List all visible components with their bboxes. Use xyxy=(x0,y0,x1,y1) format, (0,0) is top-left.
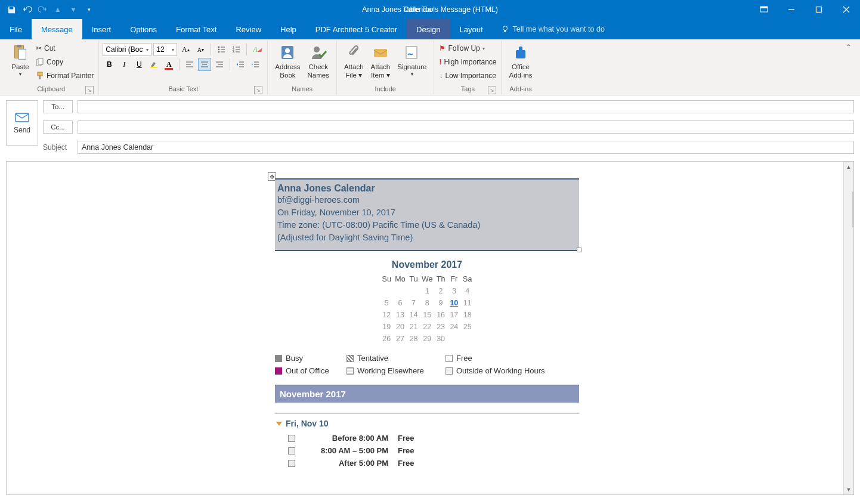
tab-file[interactable]: File xyxy=(0,19,32,39)
align-left-icon[interactable] xyxy=(183,58,196,71)
follow-up-button[interactable]: ⚑Follow Up ▾ xyxy=(438,42,497,55)
slot-checkbox[interactable] xyxy=(288,447,295,454)
office-addins-button[interactable]: OfficeAdd-ins xyxy=(505,42,536,81)
prev-icon[interactable]: ▲ xyxy=(50,1,66,18)
paperclip-icon xyxy=(344,43,363,62)
svg-point-13 xyxy=(218,47,219,48)
minimize-icon[interactable] xyxy=(778,0,805,19)
attach-item-button[interactable]: AttachItem ▾ xyxy=(367,42,394,81)
increase-indent-icon[interactable] xyxy=(249,58,262,71)
tab-message[interactable]: Message xyxy=(32,19,82,39)
font-size-input[interactable]: 12▾ xyxy=(153,43,177,56)
bullets-icon[interactable] xyxy=(215,43,228,56)
decrease-indent-icon[interactable] xyxy=(234,58,247,71)
slot-time: 8:00 AM – 5:00 PM xyxy=(305,446,388,455)
next-icon[interactable]: ▼ xyxy=(66,1,81,18)
subject-input[interactable] xyxy=(78,141,854,154)
slot-time: Before 8:00 AM xyxy=(305,434,388,443)
slot-checkbox[interactable] xyxy=(288,460,295,467)
font-color-icon[interactable]: A xyxy=(162,58,175,71)
ooo-swatch-icon xyxy=(275,367,282,375)
date-cell xyxy=(380,286,393,296)
day-heading: Fri, Nov 10 xyxy=(275,419,579,428)
side-grip[interactable] xyxy=(852,191,854,227)
addins-icon xyxy=(511,43,530,62)
tab-layout[interactable]: Layout xyxy=(450,19,493,39)
font-name-input[interactable]: Calibri (Boc▾ xyxy=(103,43,151,56)
cc-input[interactable] xyxy=(78,120,854,134)
date-cell: 13 xyxy=(394,310,407,320)
scissors-icon: ✂ xyxy=(36,44,42,52)
high-importance-button[interactable]: !High Importance xyxy=(438,55,497,69)
underline-icon[interactable]: U xyxy=(132,58,146,71)
date-cell: 29 xyxy=(421,333,434,344)
basic-text-launcher-icon[interactable]: ↘ xyxy=(254,86,262,94)
collapse-ribbon-icon[interactable]: ⌃ xyxy=(841,41,856,95)
address-book-button[interactable]: AddressBook xyxy=(271,42,304,81)
time-slot-row: After 5:00 PMFree xyxy=(275,457,579,469)
expand-triangle-icon[interactable] xyxy=(276,422,282,426)
shrink-font-icon[interactable]: A▾ xyxy=(194,43,207,56)
to-input[interactable] xyxy=(78,100,854,113)
tab-help[interactable]: Help xyxy=(271,19,306,39)
check-names-button[interactable]: CheckNames xyxy=(304,42,333,81)
save-icon[interactable] xyxy=(4,1,19,18)
date-cell: 9 xyxy=(435,298,447,308)
undo-icon[interactable] xyxy=(19,1,35,18)
quick-access-toolbar: ▲ ▼ ▾ xyxy=(0,1,97,18)
group-addins: OfficeAdd-ins Add-ins xyxy=(502,41,539,95)
tab-options[interactable]: Options xyxy=(120,19,166,39)
scroll-down-icon[interactable]: ▼ xyxy=(844,484,853,494)
grow-font-icon[interactable]: A▴ xyxy=(179,43,192,56)
tab-format-text[interactable]: Format Text xyxy=(166,19,226,39)
cc-button[interactable]: Cc... xyxy=(43,120,73,134)
tell-me-search[interactable]: Tell me what you want to do xyxy=(493,19,613,39)
message-body[interactable]: ▲ ▼ ✥ Anna Jones Calendar bf@diggi-heroe… xyxy=(6,161,854,495)
qat-customize-icon[interactable]: ▾ xyxy=(81,1,97,18)
svg-rect-48 xyxy=(16,113,29,122)
low-importance-button[interactable]: ↓Low Importance xyxy=(438,69,497,82)
svg-rect-8 xyxy=(18,49,26,59)
date-cell: 10 xyxy=(448,298,460,308)
italic-icon[interactable]: I xyxy=(117,58,131,71)
date-cell xyxy=(461,333,474,344)
calendar-email: bf@diggi-heroes.com xyxy=(277,194,577,206)
align-center-icon[interactable] xyxy=(198,58,211,71)
scroll-up-icon[interactable]: ▲ xyxy=(844,162,853,172)
selected-date[interactable]: 10 xyxy=(450,299,458,307)
numbering-icon[interactable]: 123 xyxy=(230,43,243,56)
bold-icon[interactable]: B xyxy=(103,58,116,71)
tab-insert[interactable]: Insert xyxy=(82,19,121,39)
ribbon-display-icon[interactable] xyxy=(750,0,778,19)
to-button[interactable]: To... xyxy=(43,100,73,113)
signature-button[interactable]: Signature▾ xyxy=(394,42,430,78)
tags-launcher-icon[interactable]: ↘ xyxy=(488,86,496,94)
send-button[interactable]: Send xyxy=(6,100,38,146)
align-right-icon[interactable] xyxy=(213,58,226,71)
attach-file-button[interactable]: AttachFile ▾ xyxy=(341,42,367,81)
slot-checkbox[interactable] xyxy=(288,435,295,442)
format-painter-button[interactable]: Format Painter xyxy=(35,69,95,82)
date-cell: 18 xyxy=(461,310,474,320)
svg-rect-1 xyxy=(760,7,768,8)
redo-icon[interactable] xyxy=(35,1,50,18)
paste-button[interactable]: Paste▾ xyxy=(7,42,33,78)
tab-pdf-architect[interactable]: PDF Architect 5 Creator xyxy=(306,19,407,39)
resize-handle-icon[interactable] xyxy=(577,248,581,252)
mini-cal-month: November 2017 xyxy=(275,259,579,270)
exclaim-icon: ! xyxy=(439,58,441,66)
date-cell: 2 xyxy=(435,286,447,296)
svg-rect-12 xyxy=(39,76,41,79)
tab-design[interactable]: Design xyxy=(407,19,450,39)
date-cell: 5 xyxy=(380,298,393,308)
highlight-icon[interactable] xyxy=(147,58,160,71)
cut-button[interactable]: ✂Cut xyxy=(35,42,95,55)
flag-icon: ⚑ xyxy=(439,44,446,52)
clipboard-launcher-icon[interactable]: ↘ xyxy=(85,86,94,94)
maximize-icon[interactable] xyxy=(805,0,833,19)
tab-review[interactable]: Review xyxy=(226,19,271,39)
copy-button[interactable]: Copy xyxy=(35,55,95,69)
clear-formatting-icon[interactable]: A◢ xyxy=(250,43,264,56)
close-icon[interactable] xyxy=(833,0,860,19)
date-cell: 24 xyxy=(448,321,460,332)
